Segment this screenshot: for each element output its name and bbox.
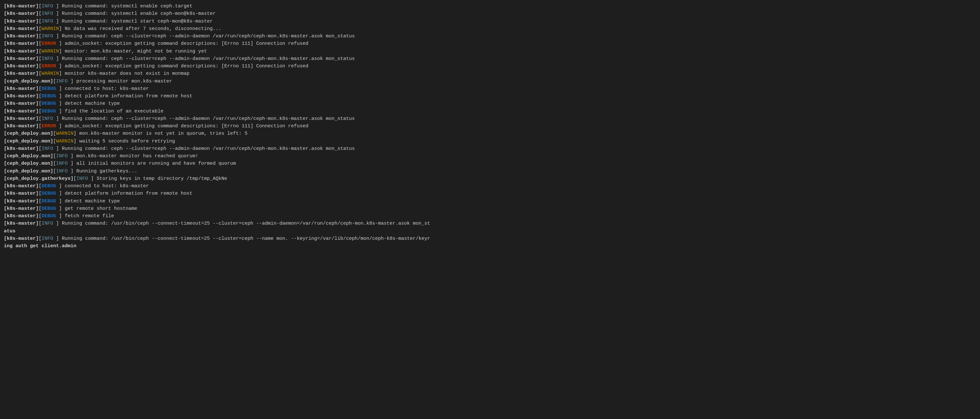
log-level: WARNIN (41, 26, 59, 32)
log-line: [k8s-master][INFO ] Running command: /us… (4, 235, 976, 242)
log-level: INFO (41, 19, 56, 24)
log-host: [k8s-master] (4, 191, 39, 196)
log-message: all initial monitors are running and hav… (73, 161, 236, 166)
log-level: INFO (41, 146, 56, 151)
log-message: Running command: systemctl start ceph-mo… (59, 19, 213, 24)
log-message: Running command: systemctl enable ceph.t… (59, 3, 192, 9)
log-host: [k8s-master] (4, 199, 39, 204)
log-host: [k8s-master] (4, 116, 39, 121)
log-host: [k8s-master] (4, 49, 39, 54)
log-line: [k8s-master][INFO ] Running command: cep… (4, 33, 976, 40)
log-line: [ceph_deploy.mon][INFO ] Running gatherk… (4, 167, 976, 175)
log-host: [ceph_deploy.mon] (4, 79, 53, 84)
log-message: No data was received after 7 seconds, di… (62, 26, 221, 32)
log-level: WARNIN (56, 139, 73, 144)
log-level: INFO (41, 33, 56, 39)
log-line: [k8s-master][DEBUG ] get remote short ho… (4, 205, 976, 212)
log-line: [k8s-master][INFO ] Running command: sys… (4, 18, 976, 25)
log-host: [k8s-master] (4, 213, 39, 219)
log-line: [ceph_deploy.mon][INFO ] mon.k8s-master … (4, 153, 976, 160)
log-message: detect machine type (62, 101, 120, 106)
log-host: [k8s-master] (4, 94, 39, 99)
log-level: WARNIN (41, 71, 59, 76)
log-host: [k8s-master] (4, 236, 39, 241)
log-message: admin_socket: exception getting command … (62, 41, 308, 46)
log-level: INFO (56, 169, 70, 174)
log-level: DEBUG (41, 191, 59, 196)
log-line: [k8s-master][INFO ] Running command: cep… (4, 145, 976, 153)
log-message: Running command: ceph --cluster=ceph --a… (59, 146, 355, 151)
log-line: [k8s-master][WARNIN] No data was receive… (4, 25, 976, 33)
log-line: [k8s-master][DEBUG ] find the location o… (4, 108, 976, 115)
log-line: atus (4, 228, 976, 235)
log-level: INFO (56, 153, 70, 159)
log-line: [k8s-master][DEBUG ] detect machine type (4, 100, 976, 107)
log-message: mon.k8s-master monitor is not yet in quo… (76, 131, 247, 136)
log-line: [k8s-master][DEBUG ] detect platform inf… (4, 190, 976, 197)
log-level: INFO (41, 116, 56, 121)
log-host: [k8s-master] (4, 71, 39, 76)
log-level: INFO (56, 161, 70, 166)
log-message: detect platform information from remote … (62, 94, 192, 99)
log-level: INFO (41, 11, 56, 16)
log-line: [k8s-master][WARNIN] monitor: mon.k8s-ma… (4, 48, 976, 55)
log-message: Running gatherkeys... (73, 169, 137, 174)
log-level: INFO (56, 79, 70, 84)
log-host: [k8s-master] (4, 64, 39, 69)
log-level: DEBUG (41, 101, 59, 106)
log-host: [k8s-master] (4, 86, 39, 92)
log-message: detect platform information from remote … (62, 191, 192, 196)
log-message: Running command: systemctl enable ceph-m… (59, 11, 216, 16)
log-line: [ceph_deploy.mon][INFO ] processing moni… (4, 78, 976, 85)
log-host: [k8s-master] (4, 123, 39, 129)
log-level: INFO (76, 176, 91, 182)
log-host: [ceph_deploy.mon] (4, 161, 53, 166)
log-host: [k8s-master] (4, 101, 39, 106)
log-message: Storing keys in temp directory /tmp/tmp_… (94, 176, 227, 182)
log-line: [k8s-master][INFO ] Running command: sys… (4, 10, 976, 18)
log-message: Running command: /usr/bin/ceph --connect… (59, 236, 430, 241)
log-line: [k8s-master][ERROR ] admin_socket: excep… (4, 62, 976, 70)
log-message: Running command: ceph --cluster=ceph --a… (59, 56, 355, 62)
log-container: [k8s-master][INFO ] Running command: sys… (4, 3, 976, 250)
log-line: [k8s-master][ERROR ] admin_socket: excep… (4, 40, 976, 47)
log-host: [k8s-master] (4, 183, 39, 189)
log-line: [k8s-master][DEBUG ] connected to host: … (4, 182, 976, 190)
log-host: [k8s-master] (4, 3, 39, 9)
log-host: [ceph_deploy.mon] (4, 139, 53, 144)
log-message: connected to host: k8s-master (62, 183, 149, 189)
log-line: [k8s-master][DEBUG ] detect machine type (4, 198, 976, 205)
log-message: get remote short hostname (62, 206, 137, 212)
log-host: [k8s-master] (4, 221, 39, 226)
log-message: Running command: /usr/bin/ceph --connect… (59, 221, 430, 226)
log-host: [k8s-master] (4, 26, 39, 32)
log-level: DEBUG (41, 199, 59, 204)
log-message: Running command: ceph --cluster=ceph --a… (59, 116, 355, 121)
log-host: [k8s-master] (4, 41, 39, 46)
log-line: [ceph_deploy.gatherkeys][INFO ] Storing … (4, 175, 976, 182)
log-line: [ceph_deploy.mon][WARNIN] waiting 5 seco… (4, 138, 976, 145)
log-line: [k8s-master][INFO ] Running command: cep… (4, 115, 976, 123)
log-level: ERROR (41, 123, 59, 129)
log-host: [k8s-master] (4, 206, 39, 212)
log-message: monitor k8s-master does not exist in mon… (62, 71, 189, 76)
log-message: admin_socket: exception getting command … (62, 64, 308, 69)
log-host: [ceph_deploy.mon] (4, 153, 53, 159)
log-message: fetch remote file (62, 213, 114, 219)
log-level: INFO (41, 221, 56, 226)
log-level: DEBUG (41, 206, 59, 212)
log-level: INFO (41, 3, 56, 9)
log-host: [ceph_deploy.mon] (4, 131, 53, 136)
log-message: admin_socket: exception getting command … (62, 123, 308, 129)
log-message: waiting 5 seconds before retrying (76, 139, 175, 144)
log-host: [k8s-master] (4, 108, 39, 114)
log-level: INFO (41, 56, 56, 62)
log-message: processing monitor mon.k8s-master (73, 79, 172, 84)
log-line: [k8s-master][DEBUG ] connected to host: … (4, 85, 976, 92)
log-line: [k8s-master][INFO ] Running command: /us… (4, 220, 976, 227)
log-message: detect machine type (62, 199, 120, 204)
log-level: DEBUG (41, 86, 59, 92)
log-host: [k8s-master] (4, 19, 39, 24)
log-line: [k8s-master][DEBUG ] detect platform inf… (4, 92, 976, 100)
log-host: [ceph_deploy.gatherkeys] (4, 176, 73, 182)
